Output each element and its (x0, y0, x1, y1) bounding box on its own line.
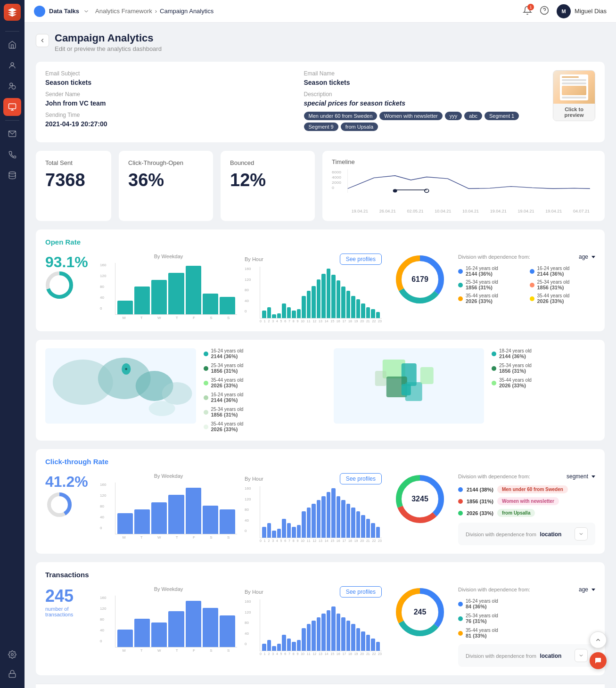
cto-value: 36% (128, 170, 204, 190)
h10 (312, 286, 316, 318)
tag-4: abc (464, 112, 482, 120)
date-1: 19.04.21 (352, 209, 368, 213)
ctr-seg-2: 1856 (31%) Women with newsletter (458, 497, 595, 505)
bar-fri (186, 266, 201, 314)
preview-content (560, 74, 588, 100)
ctr-division-header: Division with dependence from: segment (458, 473, 595, 480)
description-label: Description (304, 91, 544, 98)
wl-text-2: 25-34 years old 1856 (31%) (211, 363, 244, 374)
sidebar-item-phone[interactable] (3, 146, 21, 164)
ctr-donut: 3245 (394, 473, 446, 525)
scroll-to-top-button[interactable] (590, 631, 607, 648)
h23 (376, 312, 380, 318)
hour-x-labels: 01234567891011121314151617181920212223 (260, 319, 382, 323)
sidebar-item-settings[interactable] (3, 646, 21, 663)
sidebar-item-home[interactable] (3, 36, 21, 54)
age-dropdown[interactable]: age (579, 254, 595, 260)
trans-value: 245 (45, 586, 92, 606)
legend-value-2: 1856 (31%) (466, 285, 498, 290)
hour-bars (260, 267, 382, 319)
open-rate-weekday-chart: By Weekday 160 120 80 40 0 (100, 254, 237, 320)
h12 (321, 274, 326, 319)
app-logo[interactable] (4, 4, 21, 21)
dropdown-chevron-icon (591, 256, 595, 258)
date-2: 26.04.21 (379, 209, 396, 213)
user-name: Miguel Dias (575, 8, 607, 15)
ctr-hour-area: 16012080400 (245, 486, 382, 542)
tags-field: Men under 60 from Sweden Women with news… (304, 112, 544, 134)
ctr-seg-1: 2144 (38%) Men under 60 from Sweden (458, 485, 595, 493)
svg-rect-39 (401, 384, 411, 395)
breadcrumb: Analytics Framework › Campaign Analytics (95, 8, 214, 15)
top-navigation: Data Talks Analytics Framework › Campaig… (25, 0, 616, 23)
ctr-bar-su (220, 509, 235, 534)
legend-label-1: 16-24 years old (466, 266, 498, 271)
sidebar-item-database[interactable] (3, 166, 21, 184)
world-leg-4: 16-24 years old 2144 (36%) (204, 392, 326, 403)
ctr-legend: 2144 (38%) Men under 60 from Sweden 1856… (458, 485, 595, 517)
sidebar-item-segments[interactable] (3, 77, 21, 95)
preview-label[interactable]: Click to preview (553, 104, 595, 121)
back-button[interactable] (36, 34, 49, 47)
ctr-see-profiles-btn[interactable]: See profiles (340, 473, 382, 484)
help-button[interactable] (540, 6, 549, 16)
trans-age-dropdown[interactable]: age (579, 586, 595, 593)
ctr-section: Click-through Rate 41.2% By Weekday 1601… (36, 449, 605, 554)
user-avatar[interactable]: M Miguel Dias (557, 4, 607, 18)
legend-item-6: 35-44 years old 2026 (33%) (530, 293, 596, 304)
email-name-label: Email Name (304, 70, 544, 77)
preview-box[interactable]: Click to preview (553, 70, 595, 121)
ctr-bar-m (117, 513, 133, 534)
open-rate-hour-chart: By Hour See profiles 160 120 80 40 0 (245, 254, 382, 323)
sidebar-item-analytics[interactable] (3, 98, 21, 116)
transactions-section: Transactions 245 number oftransactions B… (36, 562, 605, 675)
description-field: Description special prices for season ti… (304, 91, 544, 107)
wl-dot-4 (204, 395, 208, 400)
svg-text:6000: 6000 (332, 171, 341, 174)
svg-text:0: 0 (332, 186, 334, 190)
legend-dot-4 (530, 269, 534, 274)
legend-value-6: 2026 (33%) (537, 298, 570, 304)
svg-text:4000: 4000 (332, 176, 341, 180)
ctr-weekday-bars (115, 483, 237, 534)
trans-dot-3 (458, 631, 463, 636)
tag-2: Women with newsletter (379, 112, 443, 120)
see-profiles-button[interactable]: See profiles (340, 254, 382, 265)
trans-donut-center: 245 (414, 608, 427, 616)
weekday-x-labels: MTWTFSS (115, 316, 237, 320)
feedback-button[interactable] (590, 652, 607, 669)
timeline-svg: 6000 4000 2000 0 (332, 169, 595, 195)
h13 (327, 269, 331, 318)
sidebar-item-email[interactable] (3, 125, 21, 143)
ctr-seg-tag-1: Men under 60 from Sweden (497, 485, 568, 493)
legend-value-1: 2144 (36%) (466, 271, 498, 277)
trans-location-dropdown[interactable] (575, 649, 588, 662)
email-name-value: Season tickets (304, 79, 544, 86)
wl-dot-3 (204, 381, 208, 385)
world-map-legend: 16-24 years old 2144 (36%) 25-34 years o… (204, 348, 326, 432)
ctr-bar-th (168, 495, 184, 534)
segment-dropdown[interactable]: segment (567, 473, 595, 480)
trans-see-profiles-btn[interactable]: See profiles (340, 586, 382, 598)
preview-image (553, 71, 595, 104)
svg-text:2000: 2000 (332, 181, 341, 185)
legend-value-3: 2026 (33%) (466, 298, 498, 304)
trans-hour-chart: By Hour See profiles 16012080400 (245, 586, 382, 655)
notifications-button[interactable]: 1 (523, 6, 532, 16)
sidebar-item-users[interactable] (3, 57, 21, 74)
sidebar-item-lock[interactable] (3, 665, 21, 683)
open-rate-grid: 93.1% By Weekday 160 120 80 40 (45, 254, 595, 323)
legend-grid: 16-24 years old 2144 (36%) 16-24 years o… (458, 266, 595, 304)
legend-label-5: 25-34 years old (537, 279, 570, 285)
sending-time-label: Sending Time (45, 112, 285, 118)
ctr-weekday-area: 16012080400 MTWTFSS (100, 483, 237, 540)
h19 (356, 299, 361, 318)
bar-wed (151, 280, 167, 315)
date-6: 19.04.21 (490, 209, 507, 213)
wl-text-6: 35-44 years old 2026 (33%) (211, 421, 244, 432)
svg-rect-3 (9, 104, 16, 109)
ctr-seg-tag-2: Women with newsletter (497, 497, 559, 505)
bar-mon (117, 301, 133, 314)
ctr-location-dropdown[interactable] (575, 527, 588, 541)
eu-legend-items: 18-24 years old 2144 (36%) 25-34 years o… (492, 348, 595, 388)
